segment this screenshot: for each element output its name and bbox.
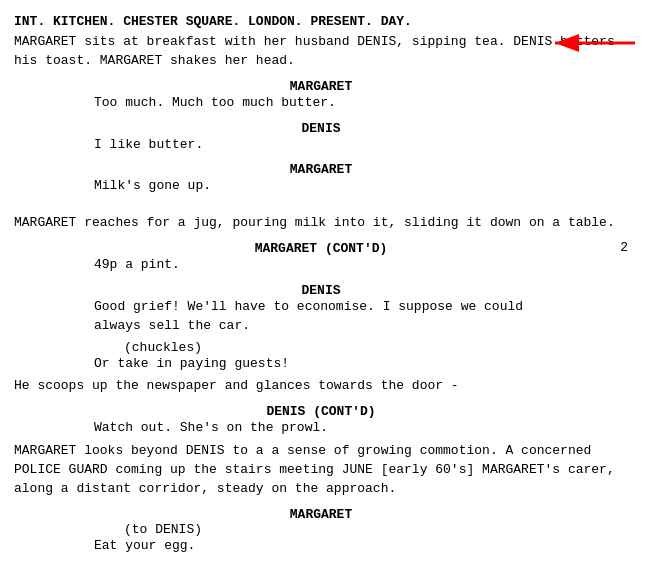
- dialogue-margaret-contd: 49p a pint.: [94, 256, 548, 275]
- page-number: 2: [620, 240, 628, 255]
- character-margaret-2: MARGARET: [14, 162, 628, 177]
- screenplay-page: INT. KITCHEN. CHESTER SQUARE. LONDON. PR…: [0, 0, 648, 573]
- character-margaret-contd: MARGARET (CONT'D): [14, 241, 628, 256]
- action-block-1: MARGARET sits at breakfast with her husb…: [14, 33, 628, 71]
- action-block-4: MARGARET looks beyond DENIS to a a sense…: [14, 442, 628, 499]
- dialogue-margaret-2: Milk's gone up.: [94, 177, 548, 196]
- parenthetical-to-denis: (to DENIS): [124, 522, 528, 537]
- dialogue-margaret-3: Eat your egg.: [94, 537, 548, 556]
- character-margaret-3: MARGARET: [14, 507, 628, 522]
- dialogue-denis-2b: Or take in paying guests!: [94, 355, 548, 374]
- dialogue-denis-contd: Watch out. She's on the prowl.: [94, 419, 548, 438]
- character-denis-2: DENIS: [14, 283, 628, 298]
- dialogue-denis-1: I like butter.: [94, 136, 548, 155]
- character-denis-contd: DENIS (CONT'D): [14, 404, 628, 419]
- annotation-arrow: [550, 32, 640, 54]
- action-block-2: MARGARET reaches for a jug, pouring milk…: [14, 214, 628, 233]
- dialogue-denis-2a: Good grief! We'll have to economise. I s…: [94, 298, 548, 336]
- character-margaret-1: MARGARET: [14, 79, 628, 94]
- dialogue-margaret-1: Too much. Much too much butter.: [94, 94, 548, 113]
- action-block-3: He scoops up the newspaper and glances t…: [14, 377, 628, 396]
- scene-heading: INT. KITCHEN. CHESTER SQUARE. LONDON. PR…: [14, 14, 628, 29]
- character-denis-1: DENIS: [14, 121, 628, 136]
- parenthetical-chuckles: (chuckles): [124, 340, 528, 355]
